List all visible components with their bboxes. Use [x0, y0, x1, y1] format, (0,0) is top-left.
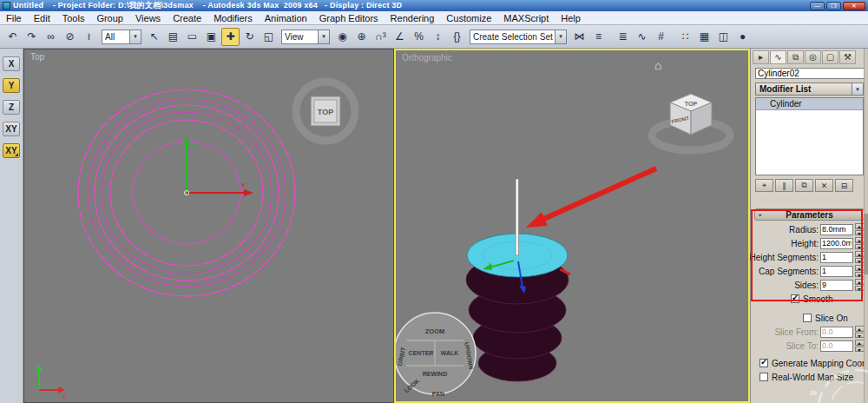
- wheel-center-button[interactable]: CENTER: [409, 350, 434, 356]
- menu-item-file[interactable]: File: [0, 11, 28, 24]
- configure-modifier-sets-icon[interactable]: ⊟: [835, 179, 853, 192]
- undo-icon[interactable]: ↶: [3, 28, 22, 46]
- maximize-button[interactable]: ❐: [826, 2, 841, 10]
- menu-item-views[interactable]: Views: [129, 11, 167, 24]
- minimize-button[interactable]: —: [810, 2, 825, 10]
- smooth-checkbox[interactable]: [791, 294, 799, 303]
- utilities-tab[interactable]: ⚒: [839, 50, 856, 64]
- menu-item-maxscript[interactable]: MAXScript: [497, 11, 555, 24]
- motion-tab[interactable]: ◎: [805, 50, 821, 64]
- move-gizmo[interactable]: y x: [183, 136, 253, 196]
- home-icon[interactable]: ⌂: [654, 58, 661, 72]
- curve-editor-icon[interactable]: ∿: [633, 28, 651, 46]
- menu-item-customize[interactable]: Customize: [440, 11, 497, 24]
- menu-item-tools[interactable]: Tools: [56, 11, 91, 24]
- edit-named-selection-sets-icon[interactable]: {}: [448, 28, 466, 46]
- quick-render-icon[interactable]: ●: [733, 28, 752, 46]
- material-editor-icon[interactable]: ∷: [676, 28, 694, 46]
- height-segments-field[interactable]: [820, 252, 853, 263]
- hierarchy-tab[interactable]: ⧉: [787, 50, 804, 64]
- menu-item-help[interactable]: Help: [555, 11, 587, 24]
- viewcube-top-face[interactable]: TOP: [318, 108, 333, 116]
- redo-icon[interactable]: ↷: [23, 28, 41, 46]
- viewcube-top-face[interactable]: TOP: [685, 101, 698, 107]
- dropdown-arrow-icon[interactable]: [129, 30, 141, 43]
- wheel-pan-button[interactable]: PAN: [432, 391, 444, 397]
- selection-filter-dropdown[interactable]: All: [102, 30, 141, 44]
- viewport-orthographic[interactable]: Orthographic TOP FRONT ⌂: [394, 49, 750, 403]
- panel-scrollbar[interactable]: [864, 49, 868, 403]
- reference-coordinate-system-dropdown[interactable]: View: [281, 30, 330, 44]
- parameters-rollout-header[interactable]: Parameters: [754, 208, 865, 221]
- object-name-field[interactable]: [755, 68, 868, 79]
- select-and-rotate-icon[interactable]: ↻: [240, 28, 259, 46]
- stack-item-cylinder[interactable]: Cylinder: [756, 98, 863, 110]
- viewcube[interactable]: TOP: [296, 82, 355, 141]
- cap-segments-field[interactable]: [820, 266, 853, 277]
- menu-item-edit[interactable]: Edit: [28, 11, 56, 24]
- unlink-selection-icon[interactable]: ⊘: [61, 28, 79, 46]
- menu-item-group[interactable]: Group: [90, 11, 129, 24]
- wheel-walk-button[interactable]: WALK: [441, 350, 459, 356]
- remove-modifier-icon[interactable]: ✕: [815, 179, 833, 192]
- bind-to-space-warp-icon[interactable]: ≀: [80, 28, 98, 46]
- viewport-top-canvas[interactable]: y x TOP: [24, 50, 393, 402]
- layer-manager-icon[interactable]: ≣: [614, 28, 632, 46]
- restrict-xy-plane-button[interactable]: XY: [3, 122, 20, 136]
- stacked-object[interactable]: [466, 234, 569, 381]
- rendered-frame-icon[interactable]: ◫: [714, 28, 733, 46]
- viewport-ortho-label[interactable]: Orthographic: [402, 53, 452, 63]
- use-pivot-point-center-icon[interactable]: ◉: [333, 28, 352, 46]
- restrict-z-button[interactable]: Z: [3, 100, 20, 115]
- select-and-link-icon[interactable]: ∞: [42, 28, 60, 46]
- select-object-icon[interactable]: ↖: [145, 28, 163, 46]
- schematic-view-icon[interactable]: #: [652, 28, 670, 46]
- window-crossing-icon[interactable]: ▣: [202, 28, 220, 46]
- display-tab[interactable]: ▢: [822, 50, 838, 64]
- create-tab[interactable]: ▸: [753, 50, 769, 64]
- viewport-top[interactable]: Top y x: [23, 49, 394, 403]
- percent-snap-icon[interactable]: %: [410, 28, 428, 46]
- dropdown-arrow-icon[interactable]: [852, 83, 863, 95]
- dropdown-arrow-icon[interactable]: [318, 30, 329, 43]
- viewport-ortho-canvas[interactable]: TOP FRONT ⌂: [396, 50, 748, 401]
- sides-field[interactable]: [820, 280, 853, 291]
- rectangular-selection-region-icon[interactable]: ▭: [183, 28, 201, 46]
- slice-to-field[interactable]: [820, 340, 853, 352]
- cylinder02-object[interactable]: [516, 179, 519, 255]
- restrict-plane-flyout-button[interactable]: XY: [3, 143, 20, 158]
- steering-wheel[interactable]: ZOOM CENTER WALK REWIND ORBIT LOOK UP/DO…: [396, 313, 476, 397]
- wheel-zoom-button[interactable]: ZOOM: [425, 327, 445, 335]
- slice-from-field[interactable]: [820, 327, 853, 338]
- radius-field[interactable]: [820, 224, 853, 235]
- restrict-y-button[interactable]: Y: [3, 78, 20, 93]
- height-field[interactable]: [820, 238, 853, 249]
- mirror-icon[interactable]: ⋈: [570, 28, 589, 46]
- restrict-x-button[interactable]: X: [3, 56, 20, 71]
- modifier-stack[interactable]: Cylinder: [755, 97, 864, 175]
- viewport-top-label[interactable]: Top: [30, 52, 44, 62]
- select-and-scale-icon[interactable]: ◱: [260, 28, 278, 46]
- modifier-list-dropdown[interactable]: Modifier List: [755, 83, 864, 96]
- select-and-manipulate-icon[interactable]: ⊕: [352, 28, 371, 46]
- wheel-rewind-button[interactable]: REWIND: [423, 371, 447, 377]
- snaps-toggle-icon[interactable]: ∩³: [372, 28, 390, 46]
- show-end-result-icon[interactable]: ∥: [775, 179, 793, 192]
- menu-item-animation[interactable]: Animation: [259, 11, 313, 24]
- select-and-move-icon[interactable]: ✚: [221, 28, 240, 46]
- viewcube[interactable]: TOP FRONT: [652, 94, 730, 150]
- make-unique-icon[interactable]: ⧉: [795, 179, 813, 192]
- dropdown-arrow-icon[interactable]: [555, 30, 566, 43]
- generate-mapping-checkbox[interactable]: [760, 359, 768, 367]
- menu-item-modifiers[interactable]: Modifiers: [207, 11, 259, 24]
- named-selection-set-combo[interactable]: Create Selection Set: [470, 30, 567, 44]
- menu-item-create[interactable]: Create: [167, 11, 207, 24]
- panel-scrollbar-thumb[interactable]: [864, 214, 868, 274]
- pin-stack-icon[interactable]: ⌖: [755, 179, 773, 192]
- real-world-checkbox[interactable]: [760, 373, 768, 381]
- align-icon[interactable]: ≡: [589, 28, 608, 46]
- select-by-name-icon[interactable]: ▤: [164, 28, 182, 46]
- modify-tab[interactable]: ∿: [770, 50, 786, 64]
- spinner-snap-icon[interactable]: ↕: [429, 28, 447, 46]
- close-button[interactable]: ✕: [843, 2, 865, 10]
